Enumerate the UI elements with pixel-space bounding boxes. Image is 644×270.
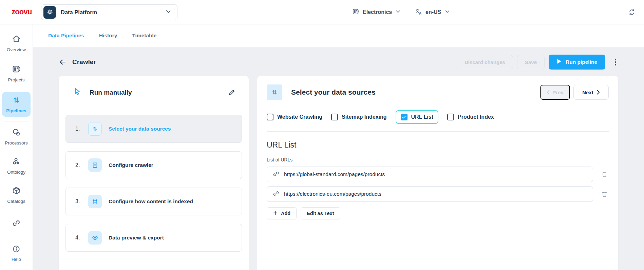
play-icon — [557, 59, 562, 65]
step-data-preview-export[interactable]: 4. Data preview & export — [65, 224, 242, 252]
data-sources-arrows-icon — [267, 84, 282, 100]
pipeline-header: Crawler Discard changes Save Run pipelin… — [33, 47, 644, 74]
tab-timetable[interactable]: Timetable — [132, 33, 156, 39]
app-switcher-dropdown[interactable]: Data Platform — [41, 4, 177, 20]
checkbox-website-crawling[interactable] — [267, 114, 273, 120]
document-icon — [88, 158, 102, 172]
sidebar-item-overview[interactable]: Overview — [2, 33, 31, 54]
catalogs-cube-icon — [12, 186, 21, 197]
url-row: https://electronics-eu.com/pages/product… — [267, 186, 609, 202]
step-label: Configure crawler — [109, 162, 153, 168]
sidebar-nav: Overview Projects Pipelines Processors — [0, 24, 33, 270]
discard-changes-button[interactable]: Discard changes — [457, 55, 513, 69]
sidebar-item-link[interactable] — [2, 213, 31, 234]
ontology-nodes-icon — [12, 157, 21, 168]
prev-button[interactable]: Prev — [540, 85, 570, 100]
add-label: Add — [281, 211, 290, 216]
option-product-index[interactable]: Product Index — [447, 114, 494, 120]
delete-url-icon[interactable] — [600, 171, 609, 178]
option-label: URL List — [411, 114, 433, 120]
url-list-actions: Add Edit as Text — [267, 207, 609, 219]
option-website-crawling[interactable]: Website Crawling — [267, 114, 322, 120]
url-value: https://global-standard.com/pages/produc… — [284, 171, 385, 177]
pipeline-tabs: Data Pipelines History Timetable — [33, 24, 644, 47]
link-icon — [12, 219, 21, 229]
wizard-steps: 1. Select your data sources 2. Configure… — [59, 108, 249, 270]
next-label: Next — [582, 90, 593, 95]
run-manually-header: Run manually — [59, 76, 249, 108]
sidebar-divider — [3, 58, 29, 58]
sidebar-item-help[interactable]: Help — [2, 243, 31, 264]
option-url-list[interactable]: URL List — [396, 110, 438, 124]
step-label: Select your data sources — [109, 126, 171, 132]
sidebar-item-ontology[interactable]: Ontology — [2, 155, 31, 176]
info-icon — [12, 245, 21, 255]
url-value: https://electronics-eu.com/pages/product… — [284, 191, 381, 197]
step-configure-indexing[interactable]: 3. Configure how content is indexed — [65, 188, 242, 215]
locale-label: en-US — [425, 9, 441, 15]
data-sources-panel: Select your data sources Prev Next — [257, 76, 618, 270]
run-pipeline-label: Run pipeline — [566, 59, 597, 65]
option-label: Sitemap Indexing — [342, 114, 386, 120]
sidebar-item-label: Catalogs — [7, 199, 25, 204]
list-of-urls-label: List of URLs — [267, 157, 609, 162]
kebab-menu-icon[interactable] — [613, 57, 618, 68]
step-number: 1. — [75, 126, 84, 132]
sidebar-item-label: Pipelines — [6, 108, 26, 113]
sidebar-item-catalogs[interactable]: Catalogs — [2, 184, 31, 205]
refresh-icon[interactable] — [628, 8, 636, 18]
tab-history[interactable]: History — [99, 33, 117, 39]
checkbox-url-list[interactable] — [401, 114, 408, 120]
step-select-data-sources[interactable]: 1. Select your data sources — [65, 115, 242, 143]
content-cards: Run manually 1. Select your data sources — [33, 74, 644, 270]
sidebar-item-processors[interactable]: Processors — [2, 126, 31, 147]
sidebar-divider — [3, 121, 29, 121]
step-label: Configure how content is indexed — [109, 198, 193, 205]
sidebar-item-label: Projects — [8, 77, 25, 82]
edit-as-text-button[interactable]: Edit as Text — [301, 207, 340, 219]
svg-text:A: A — [419, 11, 421, 15]
locale-selector[interactable]: A en-US — [415, 0, 450, 24]
checkbox-sitemap-indexing[interactable] — [331, 114, 338, 120]
delete-url-icon[interactable] — [600, 191, 609, 198]
step-number: 3. — [75, 198, 84, 205]
back-arrow-icon[interactable] — [59, 58, 67, 66]
url-list-heading: URL List — [267, 140, 609, 150]
step-configure-crawler[interactable]: 2. Configure crawler — [65, 151, 242, 179]
workspace-chip-icon — [352, 8, 360, 17]
data-platform-icon — [43, 6, 56, 19]
app-switcher-label: Data Platform — [61, 9, 97, 16]
data-sources-header: Select your data sources Prev Next — [257, 76, 618, 100]
step-label: Data preview & export — [109, 235, 164, 241]
sidebar-item-pipelines[interactable]: Pipelines — [2, 92, 31, 117]
main-area: Data Pipelines History Timetable Crawler… — [33, 24, 644, 270]
add-url-button[interactable]: Add — [267, 207, 297, 219]
sliders-icon — [88, 195, 102, 208]
cursor-pointer-icon — [73, 87, 82, 98]
tab-data-pipelines[interactable]: Data Pipelines — [48, 33, 84, 39]
source-type-options: Website Crawling Sitemap Indexing URL Li… — [257, 110, 618, 124]
workspace-selector[interactable]: Electronics — [352, 0, 401, 24]
option-label: Website Crawling — [277, 114, 322, 120]
save-button[interactable]: Save — [517, 55, 545, 69]
sidebar-item-projects[interactable]: Projects — [2, 63, 31, 84]
next-button[interactable]: Next — [573, 85, 609, 100]
sidebar-item-label: Help — [12, 257, 21, 262]
projects-board-icon — [12, 64, 21, 75]
link-icon — [272, 170, 280, 179]
edit-pencil-icon[interactable] — [228, 89, 236, 96]
translate-icon: A — [415, 8, 422, 17]
prev-label: Prev — [552, 90, 564, 95]
eye-icon — [88, 231, 102, 245]
run-pipeline-button[interactable]: Run pipeline — [549, 55, 605, 70]
checkbox-product-index[interactable] — [447, 114, 454, 120]
data-sources-arrows-icon — [88, 122, 102, 136]
url-list-section: URL List List of URLs https://global-sta… — [257, 140, 618, 219]
option-label: Product Index — [458, 114, 494, 120]
url-input-0[interactable]: https://global-standard.com/pages/produc… — [267, 167, 593, 182]
workspace-label: Electronics — [363, 9, 392, 15]
chevron-down-icon — [165, 8, 172, 16]
url-input-1[interactable]: https://electronics-eu.com/pages/product… — [267, 186, 593, 202]
sidebar-item-label: Processors — [5, 140, 28, 146]
option-sitemap-indexing[interactable]: Sitemap Indexing — [331, 114, 386, 120]
